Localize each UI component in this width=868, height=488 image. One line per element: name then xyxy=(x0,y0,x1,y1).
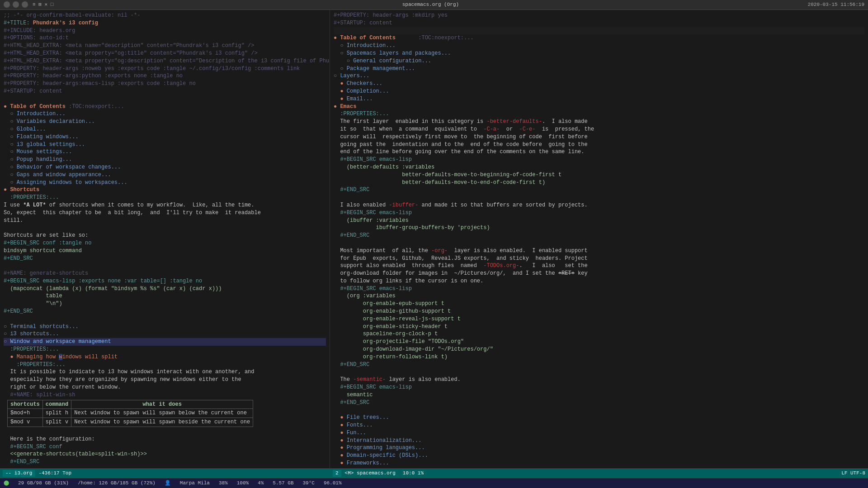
r-emacs-text2: it so that when a command equivalent to … xyxy=(334,126,864,133)
shortcuts-table: shortcuts command what it does $mod+h sp… xyxy=(7,400,253,427)
r-filetrees: ● File trees... xyxy=(334,414,864,422)
shortcuts-heading: ● Shortcuts xyxy=(4,186,326,194)
r-src-end4: #+END_SRC xyxy=(334,399,864,407)
r-src-end2: #+END_SRC xyxy=(334,232,864,239)
cell-splitv: split v xyxy=(42,418,71,427)
disk1-info: 29 GB/98 GB (31%) xyxy=(18,480,69,487)
blank4 xyxy=(4,315,326,323)
cell-mod-v: $mod v xyxy=(8,418,43,427)
r-completion: ● Completion... xyxy=(334,88,864,95)
r-layers: ○ Layers... xyxy=(334,72,864,80)
title-prop: #+TITLE: Phundrak's i3 config xyxy=(4,19,326,27)
src-mapconcat: (mapconcat (lambda (x) (format "bindsym … xyxy=(4,285,326,293)
managewin-text2: especially how they are organized by spa… xyxy=(4,376,326,384)
r-ibuffer-src: (ibuffer :variables xyxy=(334,217,864,225)
shortcuts-text1: I use *A LOT* of shortcuts when it comes… xyxy=(4,202,326,209)
shortcuts-props: :PROPERTIES:... xyxy=(4,194,326,202)
r-spaceline: spaceline-org-clock-p t xyxy=(334,330,864,338)
startup: #+STARTUP: content xyxy=(4,88,326,95)
cell-splith: split h xyxy=(42,409,71,418)
name-gen: #+NAME: generate-shortcuts xyxy=(4,270,326,277)
maximize-btn[interactable] xyxy=(13,1,19,8)
r-checkers: ● Checkers... xyxy=(334,80,864,88)
r-emacs-text3: cursor will respectively first move to t… xyxy=(334,133,864,141)
r-fun: ● Fun... xyxy=(334,429,864,437)
left-content: ;; -*- org-confirm-babel-evaluate: nil -… xyxy=(0,10,330,468)
mouse-item: ○ Mouse settings... xyxy=(4,148,326,156)
r-src-end3: #+END_SRC xyxy=(334,361,864,369)
right-pane: #+PROPERTY: header-args :mkdirp yes #+ST… xyxy=(330,10,868,468)
r-toc: ● Table of Contents :TOC:noexport:... xyxy=(334,34,864,42)
options-line: #+OPTIONS: auto-id:t xyxy=(4,34,326,42)
blank2 xyxy=(4,224,326,232)
r-pkgmgmt: ○ Package management... xyxy=(334,65,864,73)
r-intro: ○ Introduction... xyxy=(334,42,864,50)
statusbar-left: -- i3.org -436:17 Top xyxy=(0,468,330,478)
r-emacs-text4: going past the indentation and to the en… xyxy=(334,141,864,149)
r-org-text5: to follow org links if the cursor is on … xyxy=(334,277,864,285)
r-src-begin1: #+BEGIN_SRC emacs-lisp xyxy=(334,156,864,164)
blank3 xyxy=(4,262,326,270)
r-cursor xyxy=(334,27,864,35)
r-epub: org-enable-epub-support t xyxy=(334,300,864,308)
src-table: table xyxy=(4,292,326,300)
r-github: org-enable-github-support t xyxy=(334,308,864,315)
right-content: #+PROPERTY: header-args :mkdirp yes #+ST… xyxy=(330,10,868,468)
i3shortcuts-item: ○ i3 shortcuts... xyxy=(4,330,326,338)
r-spacemacs: ○ Spacemacs layers and packages... xyxy=(334,50,864,57)
user-icon: 👤 xyxy=(165,480,171,487)
cell-desc2: Next window to spawn will spawn beside t… xyxy=(71,418,253,427)
src-begin3: #+BEGIN_SRC conf xyxy=(4,443,326,451)
property2: #+PROPERTY: header-args:python :exports … xyxy=(4,72,326,80)
r-org-text1: Most important of all, the -org- layer i… xyxy=(334,247,864,255)
r-blank1 xyxy=(334,194,864,202)
name-split: #+NAME: split-win-sh xyxy=(4,391,326,399)
status-pos-right: 10:0 1% xyxy=(403,470,424,477)
property3: #+PROPERTY: header-args:emacs-lisp :expo… xyxy=(4,80,326,88)
r-blank2 xyxy=(334,239,864,247)
r-org-text3: support also enabled through files named… xyxy=(334,262,864,270)
assigning-item: ○ Assigning windows to workspaces... xyxy=(4,179,326,187)
src-bindsym: bindsym shortcut command xyxy=(4,247,326,255)
r-bd-beginning: better-defaults-move-to-beginning-of-cod… xyxy=(334,171,864,179)
clock: 2020-03-15 11:56:19 xyxy=(808,1,864,8)
managewin-heading: ● Managing how windows will split xyxy=(4,353,326,361)
cell-mod-h: $mod+h xyxy=(8,409,43,418)
html-meta3: #+HTML_HEAD_EXTRA: <meta property="og:de… xyxy=(4,57,326,65)
percent1: 38% xyxy=(219,480,228,487)
titlebar: ≡ ⊞ ✕ □ spacemacs.org (Org) 2020-03-15 1… xyxy=(0,0,868,10)
winworkspace-props: :PROPERTIES:... xyxy=(4,346,326,353)
vars-item: ○ Variables declaration... xyxy=(4,118,326,126)
r-email: ● Email... xyxy=(334,95,864,103)
managewin-text3: right or below the current window. xyxy=(4,384,326,391)
r-revealjs: org-enable-reveal-js-support t xyxy=(334,315,864,323)
encoding-right: LF UTF-8 xyxy=(841,470,865,477)
managewin-text1: It is possible to indicate to i3 how win… xyxy=(4,368,326,376)
left-pane: ;; -*- org-confirm-babel-evaluate: nil -… xyxy=(0,10,330,468)
html-meta2: #+HTML_HEAD_EXTRA: <meta property="og:ti… xyxy=(4,50,326,57)
menu-icon: ≡ ⊞ ✕ □ xyxy=(33,1,53,8)
cpu: 96.01% xyxy=(324,480,342,487)
r-blank4 xyxy=(334,406,864,414)
src-end1: #+END_SRC xyxy=(4,255,326,263)
percent2: 100% xyxy=(237,480,249,487)
r-props: :PROPERTIES:... xyxy=(334,110,864,118)
managewin-props: :PROPERTIES:... xyxy=(4,361,326,369)
bottom-bar: ⬤ 29 GB/98 GB (31%) /home: 126 GB/185 GB… xyxy=(0,478,868,488)
col-command: command xyxy=(42,400,71,409)
html-meta1: #+HTML_HEAD_EXTRA: <meta name="descripti… xyxy=(4,42,326,50)
r-dsls: ● Domain-specific (DSLs)... xyxy=(334,452,864,460)
property1: #+PROPERTY: header-args :noweb yes :expo… xyxy=(4,65,326,73)
window-controls[interactable]: ≡ ⊞ ✕ □ xyxy=(4,1,53,8)
minimize-btn[interactable] xyxy=(4,1,10,8)
close-btn[interactable] xyxy=(22,1,28,8)
r-semantic-text: The -semantic- layer is also enabled. xyxy=(334,376,864,384)
r-src-begin2: #+BEGIN_SRC emacs-lisp xyxy=(334,209,864,217)
cell-desc1: Next window to spawn will spawn below th… xyxy=(71,409,253,418)
temp: 39°C xyxy=(303,480,315,487)
col-shortcuts: shortcuts xyxy=(8,400,43,409)
r-sticky: org-enable-sticky-header t xyxy=(334,323,864,331)
r-ibuffer-text: I also enabled -ibuffer- and made it so … xyxy=(334,202,864,209)
include-line: #+INCLUDE: headers.org xyxy=(4,27,326,35)
r-src-begin4: #+BEGIN_SRC emacs-lisp xyxy=(334,384,864,391)
